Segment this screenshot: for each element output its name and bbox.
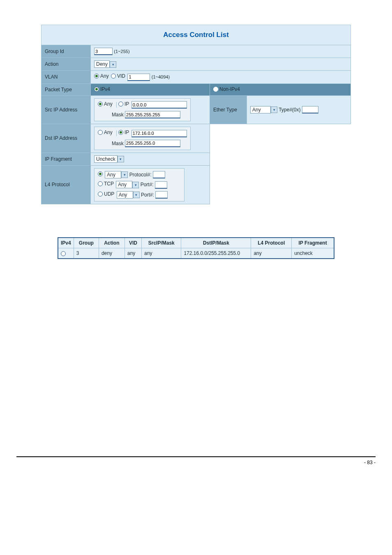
action-select-value[interactable]: Deny — [94, 60, 110, 68]
vlan-vid-input[interactable] — [127, 74, 150, 81]
label-group-id: Group Id — [42, 45, 91, 58]
th-l4: L4 Protocol — [251, 238, 292, 248]
srcip-any-label: Any — [104, 101, 113, 107]
dstip-mask-label: Mask — [112, 140, 124, 146]
l4-tcp-radio[interactable] — [98, 181, 103, 186]
dstip-input[interactable] — [131, 130, 187, 137]
srcip-ip-radio[interactable] — [118, 102, 123, 106]
row-srcip: any — [142, 248, 181, 259]
l4-box: Any▾ Protocol#: TCP Any▾ Port#: — [94, 168, 184, 202]
dst-ip-box: Any IP Mask — [94, 127, 191, 150]
group-id-hint: (1~255) — [114, 49, 129, 54]
vlan-any-radio[interactable] — [94, 74, 99, 79]
l4-udp-label: UDP — [104, 191, 114, 197]
type-hex-input[interactable] — [302, 106, 318, 113]
chevron-down-icon[interactable]: ▾ — [132, 182, 139, 188]
src-ip-box: Any IP Mask — [94, 98, 191, 122]
vlan-vid-label: VID — [117, 73, 125, 79]
vlan-any-label: Any — [100, 73, 109, 79]
title-bar: Access Control List — [41, 25, 351, 45]
group-id-input[interactable] — [94, 48, 113, 55]
page-number: - 83 - — [0, 460, 392, 474]
row-frag: uncheck — [292, 248, 334, 259]
packet-nonipv4-label: Non-IPv4 — [219, 86, 240, 92]
chevron-down-icon[interactable]: ▾ — [271, 106, 277, 113]
udp-port-label: Port#: — [141, 192, 154, 198]
vlan-hint: (1~4094) — [152, 74, 170, 79]
page-title: Access Control List — [42, 31, 350, 39]
label-src-ip: Src IP Address — [42, 95, 91, 124]
l4-tcp-select-value[interactable]: Any — [116, 181, 132, 188]
protocol-num-input[interactable] — [153, 171, 165, 178]
row-group: 3 — [74, 248, 99, 259]
udp-port-input[interactable] — [155, 191, 168, 199]
th-group: Group — [74, 238, 99, 248]
srcip-ip-label: IP — [125, 101, 129, 107]
row-l4: any — [251, 248, 292, 259]
dstip-mask-input[interactable] — [125, 140, 180, 147]
srcip-any-radio[interactable] — [98, 102, 103, 106]
label-packet-type: Packet Type — [42, 83, 91, 95]
chevron-down-icon[interactable]: ▾ — [110, 61, 116, 68]
acl-result-table: IPv4 Group Action VID SrcIP/Mask DstIP/M… — [58, 237, 334, 259]
label-ip-fragment: IP Fragment — [42, 153, 91, 165]
packet-ipv4-radio[interactable] — [94, 87, 99, 92]
dstip-any-radio[interactable] — [98, 130, 103, 135]
packet-nonipv4-radio[interactable] — [213, 87, 218, 92]
acl-form-table: Group Id (1~255) Action Deny▾ VLAN Any — [41, 45, 351, 204]
packet-ipv4-label: IPv4 — [100, 86, 110, 92]
label-l4-protocol: L4 Protocol — [42, 165, 91, 204]
ip-fragment-select-value[interactable]: Uncheck — [94, 155, 118, 163]
srcip-mask-input[interactable] — [125, 111, 180, 118]
chevron-down-icon[interactable]: ▾ — [121, 171, 128, 178]
type-hex-label: Type#(0x) — [279, 107, 300, 113]
protocol-num-label: Protocol#: — [129, 172, 152, 178]
l4-udp-radio[interactable] — [98, 192, 103, 197]
dstip-ip-label: IP — [125, 130, 129, 135]
th-frag: IP Fragment — [292, 238, 334, 248]
row-dstip: 172.16.0.0/255.255.255.0 — [181, 248, 251, 259]
l4-tcp-label: TCP — [104, 181, 114, 187]
srcip-input[interactable] — [131, 101, 187, 109]
footer-rule — [16, 456, 376, 457]
row-select-radio[interactable] — [61, 251, 66, 256]
label-action: Action — [42, 58, 91, 71]
l4-udp-select-value[interactable]: Any — [117, 191, 133, 199]
ether-select-value[interactable]: Any — [250, 106, 271, 113]
row-action: deny — [99, 248, 125, 259]
chevron-down-icon[interactable]: ▾ — [133, 192, 140, 198]
dstip-ip-radio[interactable] — [118, 130, 123, 135]
th-ipv4: IPv4 — [58, 238, 74, 248]
chevron-down-icon[interactable]: ▾ — [118, 156, 124, 162]
label-vlan: VLAN — [42, 71, 91, 84]
label-ether-type: Ether Type — [210, 95, 247, 124]
th-srcip: SrcIP/Mask — [142, 238, 181, 248]
th-action: Action — [99, 238, 125, 248]
th-dstip: DstIP/Mask — [181, 238, 251, 248]
vlan-vid-radio[interactable] — [111, 74, 116, 79]
th-vid: VID — [125, 238, 141, 248]
dstip-any-label: Any — [104, 130, 113, 135]
srcip-mask-label: Mask — [112, 112, 124, 118]
table-row: 3 deny any any 172.16.0.0/255.255.255.0 … — [58, 248, 334, 259]
tcp-port-label: Port#: — [141, 182, 154, 187]
l4-any-select-value[interactable]: Any — [105, 171, 121, 178]
tcp-port-input[interactable] — [155, 181, 167, 189]
row-vid: any — [125, 248, 141, 259]
l4-any-radio[interactable] — [98, 171, 103, 176]
label-dst-ip: Dst IP Address — [42, 124, 91, 153]
